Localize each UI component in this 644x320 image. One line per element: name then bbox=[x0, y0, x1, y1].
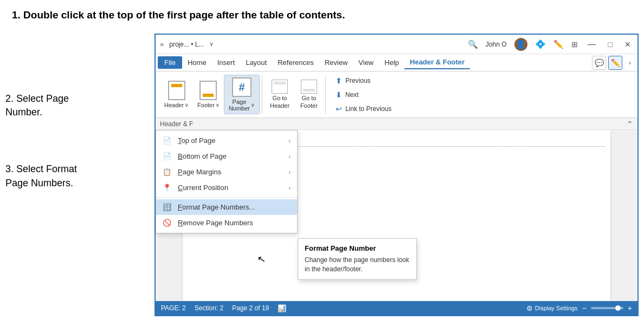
link-to-previous-button[interactable]: ↩ Link to Previous bbox=[332, 103, 395, 115]
format-page-numbers-icon: 🔢 bbox=[163, 203, 172, 211]
ribbon-expand-icon[interactable]: › bbox=[624, 56, 635, 70]
doc-title: proje... • L... bbox=[169, 41, 204, 48]
header-button[interactable]: Header ∨ bbox=[160, 79, 193, 110]
remove-page-numbers-icon: 🚫 bbox=[163, 219, 172, 227]
tooltip-popup: Format Page Number Change how the page n… bbox=[298, 238, 417, 280]
top-instruction: 1. Double click at the top of the first … bbox=[5, 4, 639, 27]
tooltip-title: Format Page Number bbox=[305, 244, 410, 252]
footer-icon bbox=[199, 81, 217, 100]
step2: 2. Select Page Number. bbox=[5, 92, 152, 119]
instruction-panel: 2. Select Page Number. 3. Select Format … bbox=[5, 92, 152, 190]
footer-label: Footer ∨ bbox=[197, 102, 220, 108]
display-settings[interactable]: ⚙ Display Settings bbox=[526, 304, 578, 312]
dropdown-item-format-page-numbers[interactable]: 🔢 Format Page Numbers... bbox=[156, 199, 297, 215]
section-header-row: Header & F ⌃ bbox=[156, 118, 637, 130]
view-menu[interactable]: View bbox=[353, 56, 379, 69]
references-menu[interactable]: References bbox=[272, 56, 319, 69]
goto-footer-button[interactable]: Go toFooter bbox=[298, 78, 320, 110]
bottom-of-page-icon: 📄 bbox=[163, 152, 172, 160]
page-number-icon: # bbox=[232, 77, 252, 97]
step3: 3. Select Format Page Numbers. bbox=[5, 162, 152, 190]
next-icon: ⬇ bbox=[336, 90, 342, 99]
home-menu[interactable]: Home bbox=[182, 56, 212, 69]
user-name: John O bbox=[486, 41, 507, 48]
top-of-page-arrow: › bbox=[288, 138, 291, 144]
current-position-icon: 📍 bbox=[163, 184, 172, 192]
next-button[interactable]: ⬇ Next bbox=[332, 89, 395, 101]
goto-footer-icon bbox=[301, 80, 317, 94]
word-count-icon: 📊 bbox=[278, 304, 286, 312]
doc-area: Header -Sect 📄 Top of Page › 📄 Bottom of… bbox=[156, 130, 637, 301]
quick-access: » bbox=[160, 40, 164, 48]
maximize-button[interactable]: □ bbox=[606, 40, 615, 49]
comment-icon[interactable]: 💬 bbox=[592, 56, 606, 70]
goto-header-button[interactable]: Go toHeader bbox=[268, 78, 292, 110]
layout-menu[interactable]: Layout bbox=[240, 56, 272, 69]
status-right: ⚙ Display Settings − + bbox=[526, 304, 632, 312]
dropdown-item-bottom-of-page[interactable]: 📄 Bottom of Page › bbox=[156, 148, 297, 164]
goto-header-icon bbox=[272, 80, 288, 94]
pen-icon[interactable]: ✏️ bbox=[553, 40, 564, 49]
page-number-button[interactable]: # PageNumber ∨ bbox=[224, 75, 260, 114]
zoom-plus[interactable]: + bbox=[628, 304, 632, 312]
header-label: Header ∨ bbox=[164, 102, 189, 108]
zoom-slider[interactable] bbox=[591, 307, 623, 309]
page-margins-arrow: › bbox=[288, 169, 291, 175]
window-icon[interactable]: ⊞ bbox=[571, 40, 578, 49]
dropdown-item-page-margins[interactable]: 📋 Page Margins › bbox=[156, 164, 297, 180]
goto-footer-label: Go toFooter bbox=[300, 95, 318, 109]
link-icon: ↩ bbox=[336, 105, 342, 113]
help-menu[interactable]: Help bbox=[379, 56, 404, 69]
file-menu[interactable]: File bbox=[158, 56, 182, 69]
dropdown-item-top-of-page[interactable]: 📄 Top of Page › bbox=[156, 133, 297, 148]
status-bar: PAGE: 2 Section: 2 Page 2 of 19 📊 ⚙ Disp… bbox=[156, 301, 637, 315]
status-page: PAGE: 2 bbox=[161, 304, 186, 312]
minimize-button[interactable]: — bbox=[585, 40, 598, 49]
top-of-page-icon: 📄 bbox=[163, 136, 172, 145]
section-header-label: Header & F bbox=[160, 120, 193, 128]
status-left: PAGE: 2 Section: 2 Page 2 of 19 📊 bbox=[161, 304, 286, 312]
status-page-of: Page 2 of 19 bbox=[232, 304, 269, 312]
previous-icon: ⬆ bbox=[336, 76, 342, 85]
dropdown-item-remove-page-numbers[interactable]: 🚫 Remove Page Numbers bbox=[156, 215, 297, 231]
edit-icon[interactable]: ✏️ bbox=[608, 56, 622, 70]
goto-header-label: Go toHeader bbox=[270, 95, 289, 109]
title-dropdown-icon[interactable]: ∨ bbox=[209, 41, 214, 48]
close-button[interactable]: ✕ bbox=[622, 40, 633, 49]
dropdown-item-current-position[interactable]: 📍 Current Position › bbox=[156, 180, 297, 195]
menu-bar: File Home Insert Layout References Revie… bbox=[156, 54, 637, 71]
user-avatar: 👤 bbox=[514, 38, 527, 51]
previous-button[interactable]: ⬆ Previous bbox=[332, 75, 395, 87]
dropdown-menu: 📄 Top of Page › 📄 Bottom of Page › 📋 Pag… bbox=[156, 130, 298, 233]
diamond-icon: 💠 bbox=[535, 39, 546, 49]
tooltip-description: Change how the page numbers look in the … bbox=[305, 256, 410, 274]
review-menu[interactable]: Review bbox=[319, 56, 353, 69]
zoom-minus[interactable]: − bbox=[582, 304, 587, 312]
insert-menu[interactable]: Insert bbox=[212, 56, 241, 69]
current-position-arrow: › bbox=[288, 185, 291, 191]
section-header-arrow[interactable]: ⌃ bbox=[627, 120, 633, 128]
header-footer-tab[interactable]: Header & Footer bbox=[404, 56, 470, 69]
page-margins-icon: 📋 bbox=[163, 168, 172, 176]
toolbar: Header ∨ Footer ∨ # PageNumber ∨ bbox=[156, 71, 637, 118]
footer-button[interactable]: Footer ∨ bbox=[193, 79, 224, 110]
status-section: Section: 2 bbox=[195, 304, 223, 312]
bottom-of-page-arrow: › bbox=[288, 153, 291, 160]
word-window: » proje... • L... ∨ 🔍 John O 👤 💠 ✏️ ⊞ — … bbox=[154, 34, 639, 316]
title-bar: » proje... • L... ∨ 🔍 John O 👤 💠 ✏️ ⊞ — … bbox=[156, 35, 637, 54]
search-icon[interactable]: 🔍 bbox=[468, 40, 478, 49]
header-icon bbox=[168, 81, 185, 100]
page-number-label: PageNumber ∨ bbox=[229, 99, 255, 112]
